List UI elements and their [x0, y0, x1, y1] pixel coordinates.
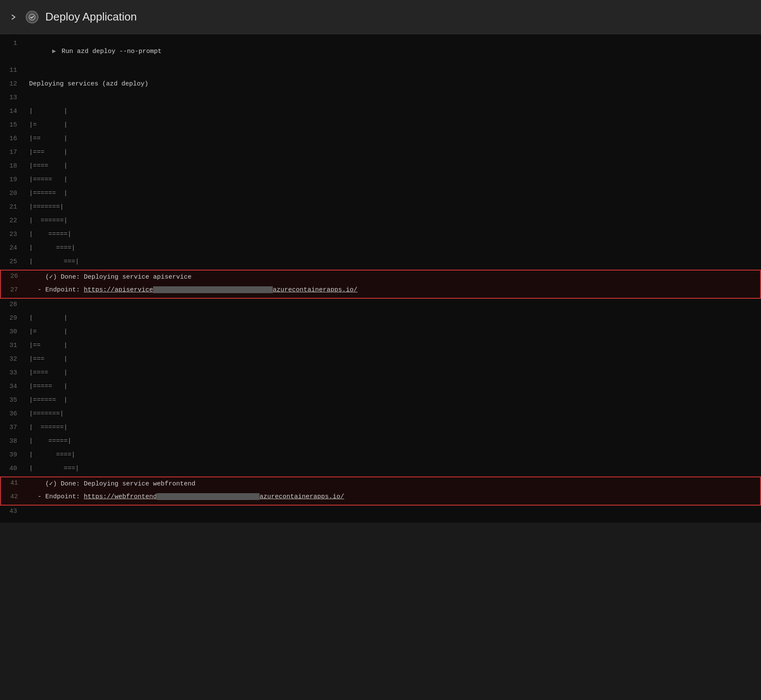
- log-line-17: 17 |=== |: [0, 147, 761, 160]
- log-line-14: 14 | |: [0, 106, 761, 119]
- log-line-33: 33 |==== |: [0, 367, 761, 381]
- run-arrow-icon: ▶: [52, 48, 56, 55]
- line-content-12: Deploying services (azd deploy): [26, 78, 761, 92]
- log-line-22: 22 | ======|: [0, 215, 761, 229]
- log-line-13: 13: [0, 92, 761, 106]
- line-content-1: ▶ Run azd deploy --no-prompt: [26, 38, 761, 65]
- log-line-36: 36 |=======|: [0, 408, 761, 422]
- log-line-16: 16 |== |: [0, 133, 761, 147]
- log-line-37: 37 | ======|: [0, 422, 761, 435]
- apiservice-url-redacted: [153, 286, 273, 293]
- webfrontend-url-start[interactable]: https://webfrontend: [84, 493, 157, 500]
- log-line-42: 42 - Endpoint: https://webfrontend azure…: [1, 491, 760, 505]
- apiservice-url-start[interactable]: https://apiservice: [84, 286, 153, 294]
- webfrontend-url-redacted: [157, 493, 260, 500]
- log-line-28: 28: [0, 299, 761, 312]
- log-line-38: 38 | =====|: [0, 435, 761, 449]
- log-line-39: 39 | ====|: [0, 449, 761, 463]
- log-line-40: 40 | ===|: [0, 463, 761, 476]
- log-line-32: 32 |=== |: [0, 353, 761, 367]
- log-line-29: 29 | |: [0, 312, 761, 326]
- page-title: Deploy Application: [45, 10, 137, 24]
- line-num-11: 11: [0, 65, 26, 78]
- svg-point-0: [29, 14, 35, 20]
- log-line-1: 1 ▶ Run azd deploy --no-prompt: [0, 38, 761, 65]
- apiservice-url-end[interactable]: azurecontainerapps.io/: [273, 286, 357, 294]
- log-line-26: 26 (✓) Done: Deploying service apiservic…: [1, 271, 760, 284]
- log-line-18: 18 |==== |: [0, 160, 761, 174]
- log-line-23: 23 | =====|: [0, 229, 761, 242]
- log-line-43: 43: [0, 506, 761, 519]
- line-num-13: 13: [0, 92, 26, 106]
- log-line-31: 31 |== |: [0, 340, 761, 353]
- log-line-12: 12 Deploying services (azd deploy): [0, 78, 761, 92]
- log-line-27: 27 - Endpoint: https://apiservice azurec…: [1, 284, 760, 298]
- line-num-12: 12: [0, 78, 26, 92]
- log-line-11: 11: [0, 65, 761, 78]
- log-line-20: 20 |====== |: [0, 188, 761, 201]
- log-line-24: 24 | ====|: [0, 242, 761, 256]
- webfrontend-url-end[interactable]: azurecontainerapps.io/: [260, 493, 344, 500]
- line-content-13: [26, 92, 761, 106]
- log-line-19: 19 |===== |: [0, 174, 761, 188]
- log-content: 1 ▶ Run azd deploy --no-prompt 11 12 Dep…: [0, 34, 761, 523]
- log-line-25: 25 | ===|: [0, 256, 761, 270]
- log-line-35: 35 |====== |: [0, 394, 761, 408]
- log-line-34: 34 |===== |: [0, 381, 761, 394]
- log-line-41: 41 (✓) Done: Deploying service webfronte…: [1, 477, 760, 491]
- line-num-1: 1: [0, 38, 26, 65]
- log-line-15: 15 |= |: [0, 119, 761, 133]
- header: Deploy Application: [0, 0, 761, 34]
- log-line-30: 30 |= |: [0, 326, 761, 340]
- log-line-21: 21 |=======|: [0, 201, 761, 215]
- webfrontend-highlight-block: 41 (✓) Done: Deploying service webfronte…: [0, 476, 761, 506]
- chevron-icon[interactable]: [9, 12, 19, 22]
- line-content-11: [26, 65, 761, 78]
- status-check-icon: [26, 11, 38, 24]
- apiservice-highlight-block: 26 (✓) Done: Deploying service apiservic…: [0, 270, 761, 299]
